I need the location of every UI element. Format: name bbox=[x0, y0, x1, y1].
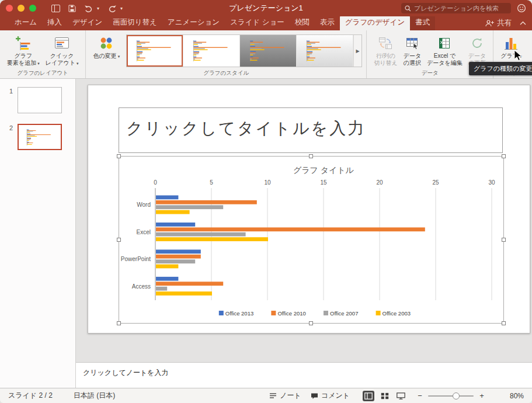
tab-chart-design[interactable]: グラフのデザイン bbox=[340, 15, 410, 30]
search-icon bbox=[405, 5, 411, 12]
add-chart-element-button[interactable]: グラフ要素を追加▾ bbox=[4, 33, 43, 68]
zoom-slider[interactable] bbox=[428, 392, 474, 400]
select-data-label-1: データ bbox=[404, 53, 421, 59]
ribbon-tabs: ホーム 挿入 デザイン 画面切り替え アニメーション スライド ショー 校閲 表… bbox=[0, 16, 532, 30]
svg-text:Excel: Excel bbox=[137, 229, 151, 235]
tab-view[interactable]: 表示 bbox=[315, 15, 340, 30]
quick-layout-icon bbox=[54, 34, 70, 52]
language-indicator[interactable]: 日本語 (日本) bbox=[74, 391, 115, 401]
chart-resize-handle-e[interactable] bbox=[502, 238, 506, 242]
tab-home[interactable]: ホーム bbox=[9, 15, 42, 30]
notes-toggle-button[interactable]: ノート bbox=[269, 391, 301, 401]
chart-resize-handle-s[interactable] bbox=[309, 321, 313, 325]
tooltip-change-chart-type: グラフの種類の変更 bbox=[469, 62, 532, 75]
zoom-window-button[interactable] bbox=[29, 5, 36, 12]
svg-text:グラフ タイトル: グラフ タイトル bbox=[293, 165, 354, 175]
svg-text:Office 2003: Office 2003 bbox=[383, 310, 411, 317]
chart-resize-handle-nw[interactable] bbox=[117, 154, 121, 158]
change-colors-icon bbox=[99, 34, 114, 52]
redo-icon[interactable] bbox=[107, 5, 117, 12]
tab-format[interactable]: 書式 bbox=[410, 15, 435, 30]
svg-text:25: 25 bbox=[432, 179, 439, 186]
tab-transitions[interactable]: 画面切り替え bbox=[107, 15, 162, 30]
status-bar: スライド 2 / 2 日本語 (日本) ノート コメント bbox=[0, 388, 532, 403]
svg-text:10: 10 bbox=[264, 179, 271, 186]
refresh-data-label-1: データ bbox=[468, 53, 486, 59]
slide-1-thumbnail[interactable] bbox=[18, 87, 62, 113]
edit-data-in-excel-button[interactable]: Excel でデータを編集 bbox=[424, 33, 465, 68]
quick-access-toolbar: ▾ ▾ bbox=[51, 5, 123, 12]
chart-style-option-2[interactable] bbox=[183, 35, 240, 67]
notes-toggle-label: ノート bbox=[280, 391, 301, 401]
collapse-ribbon-icon[interactable] bbox=[520, 21, 526, 25]
minimize-window-button[interactable] bbox=[18, 5, 25, 12]
change-chart-type-button[interactable]: グラフ▾ bbox=[498, 33, 524, 61]
change-colors-button[interactable]: 色の変更▾ bbox=[90, 33, 123, 61]
slide-title-placeholder[interactable]: クリックしてタイトルを入力 bbox=[119, 107, 503, 153]
select-data-icon bbox=[405, 34, 419, 52]
comments-toggle-button[interactable]: コメント bbox=[311, 391, 350, 401]
normal-view-button[interactable] bbox=[363, 391, 374, 401]
chart-resize-handle-w[interactable] bbox=[117, 238, 121, 242]
ribbon: グラフ要素を追加▾ クイックレイアウト▾ グラフのレイアウト bbox=[0, 30, 532, 79]
slide-canvas: クリックしてタイトルを入力 051015202530WordExcelPower… bbox=[76, 79, 532, 362]
add-chart-element-icon bbox=[15, 34, 32, 52]
edit-data-in-excel-label-1: Excel で bbox=[434, 53, 455, 59]
save-icon[interactable] bbox=[68, 5, 76, 12]
chart-layout-group: グラフ要素を追加▾ クイックレイアウト▾ グラフのレイアウト bbox=[0, 30, 86, 78]
tab-animations[interactable]: アニメーション bbox=[162, 15, 225, 30]
smiley-feedback-icon[interactable] bbox=[517, 4, 526, 13]
tab-design[interactable]: デザイン bbox=[67, 15, 107, 30]
zoom-level[interactable]: 80% bbox=[510, 392, 524, 400]
zoom-slider-knob[interactable] bbox=[453, 392, 460, 399]
chart-object[interactable]: 051015202530WordExcelPowerPointAccessグラフ… bbox=[119, 156, 504, 324]
chart-styles-gallery: ▶ bbox=[126, 34, 362, 67]
refresh-data-icon bbox=[470, 34, 484, 52]
search-box[interactable] bbox=[401, 3, 511, 13]
undo-icon[interactable] bbox=[84, 5, 93, 12]
quick-layout-caret-icon: ▾ bbox=[77, 61, 79, 65]
search-input[interactable] bbox=[414, 5, 507, 12]
undo-menu-caret-icon[interactable]: ▾ bbox=[97, 6, 99, 11]
notes-pane[interactable]: クリックしてノートを入力 bbox=[76, 362, 532, 388]
quick-layout-label-1: クイック bbox=[50, 53, 74, 59]
chart-resize-handle-n[interactable] bbox=[309, 154, 313, 158]
slideshow-view-button[interactable] bbox=[395, 391, 407, 401]
powerpoint-window: ▾ ▾ プレゼンテーション1 ホーム 挿入 デザイン 画面切り替え アニメーショ… bbox=[0, 0, 532, 403]
add-chart-element-label-2: 要素を追加 bbox=[7, 60, 36, 66]
zoom-out-button[interactable]: − bbox=[416, 391, 423, 400]
chart-resize-handle-ne[interactable] bbox=[502, 154, 506, 158]
slide-1-row: 1 bbox=[0, 87, 75, 113]
select-data-button[interactable]: データの選択 bbox=[401, 33, 424, 68]
tab-insert[interactable]: 挿入 bbox=[42, 15, 67, 30]
add-chart-element-label-1: グラフ bbox=[15, 53, 33, 59]
svg-text:0: 0 bbox=[154, 179, 157, 186]
slide-sorter-view-button[interactable] bbox=[379, 391, 391, 401]
zoom-in-button[interactable]: + bbox=[478, 391, 485, 400]
add-person-icon bbox=[485, 20, 494, 27]
edit-data-in-excel-icon bbox=[437, 34, 451, 52]
notes-icon bbox=[269, 392, 277, 399]
tab-slideshow[interactable]: スライド ショー bbox=[225, 15, 290, 30]
bar-chart[interactable]: 051015202530WordExcelPowerPointAccessグラフ… bbox=[119, 157, 503, 323]
add-chart-element-caret-icon: ▾ bbox=[37, 61, 40, 65]
tab-review[interactable]: 校閲 bbox=[290, 15, 315, 30]
change-chart-type-icon bbox=[503, 34, 519, 52]
window-layout-icon[interactable] bbox=[51, 5, 60, 12]
chart-styles-group: 色の変更▾ ▶ グラフのスタイル bbox=[86, 30, 367, 78]
share-button[interactable]: 共有 bbox=[485, 18, 512, 28]
toolbar-options-caret-icon[interactable]: ▾ bbox=[120, 6, 123, 11]
chart-style-option-1[interactable] bbox=[127, 35, 183, 67]
chart-styles-group-label: グラフのスタイル bbox=[86, 70, 366, 77]
slide-2-editing-surface[interactable]: クリックしてタイトルを入力 051015202530WordExcelPower… bbox=[88, 85, 530, 333]
close-window-button[interactable] bbox=[6, 5, 13, 12]
gallery-scroll-right-button[interactable]: ▶ bbox=[353, 35, 361, 67]
quick-layout-button[interactable]: クイックレイアウト▾ bbox=[43, 33, 82, 68]
zoom-slider-track bbox=[428, 395, 474, 397]
slide-2-thumbnail[interactable] bbox=[18, 124, 62, 150]
change-chart-type-caret-icon: ▾ bbox=[520, 54, 522, 58]
chart-style-option-4[interactable] bbox=[297, 35, 353, 67]
chart-resize-handle-se[interactable] bbox=[502, 321, 506, 325]
chart-resize-handle-sw[interactable] bbox=[117, 321, 121, 325]
chart-style-option-3[interactable] bbox=[240, 35, 297, 67]
